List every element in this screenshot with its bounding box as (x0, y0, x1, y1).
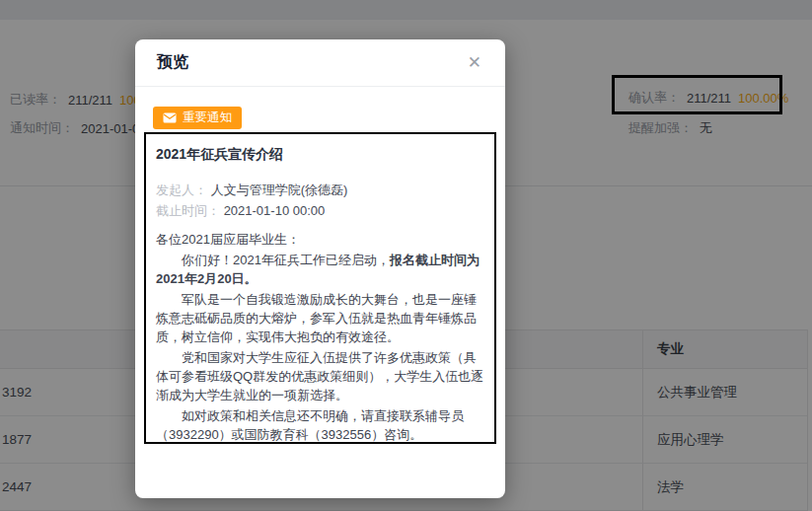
notice-annotation-box: 2021年征兵宣传介绍 发起人： 人文与管理学院(徐德磊) 截止时间： 2021… (144, 132, 496, 444)
modal-body: 重要通知 2021年征兵宣传介绍 发起人： 人文与管理学院(徐德磊) 截止时间：… (135, 87, 505, 444)
notice-initiator-line: 发起人： 人文与管理学院(徐德磊) (156, 180, 484, 200)
initiator-label: 发起人： (156, 182, 207, 197)
important-notice-badge: 重要通知 (153, 107, 242, 129)
badge-label: 重要通知 (183, 110, 232, 126)
notice-paragraph: 党和国家对大学生应征入伍提供了许多优惠政策（具体可参看班级QQ群发的优惠政策细则… (156, 348, 484, 404)
notice-paragraph: 各位2021届应届毕业生： (156, 230, 484, 249)
initiator-value: 人文与管理学院(徐德磊) (211, 182, 348, 197)
notice-deadline-line: 截止时间： 2021-01-10 00:00 (156, 200, 484, 221)
notice-paragraphs: 各位2021届应届毕业生： 你们好！2021年征兵工作已经启动，报名截止时间为2… (156, 230, 484, 444)
deadline-label: 截止时间： (156, 203, 220, 218)
notice-paragraph: 军队是一个自我锻造激励成长的大舞台，也是一座锤炼意志砥砺品质的大熔炉，参军入伍就… (156, 290, 484, 346)
screen: 已读率： 211/211 100.00% 通知时间： 2021-01-08 确认… (0, 0, 812, 511)
notice-paragraph: 你们好！2021年征兵工作已经启动，报名截止时间为2021年2月20日。 (156, 251, 484, 288)
close-icon[interactable]: ✕ (466, 52, 483, 73)
notice-title: 2021年征兵宣传介绍 (156, 146, 484, 164)
deadline-value: 2021-01-10 00:00 (224, 203, 326, 218)
modal-title: 预览 (157, 52, 188, 73)
notice-paragraph: 如对政策和相关信息还不明确，请直接联系辅导员（3932290）或国防教育科（39… (156, 406, 484, 444)
envelope-icon (163, 112, 177, 123)
preview-modal: 预览 ✕ 重要通知 2021年征兵宣传介绍 发起人： 人文与管理学院(徐德磊) … (135, 39, 505, 498)
modal-header: 预览 ✕ (135, 39, 505, 87)
